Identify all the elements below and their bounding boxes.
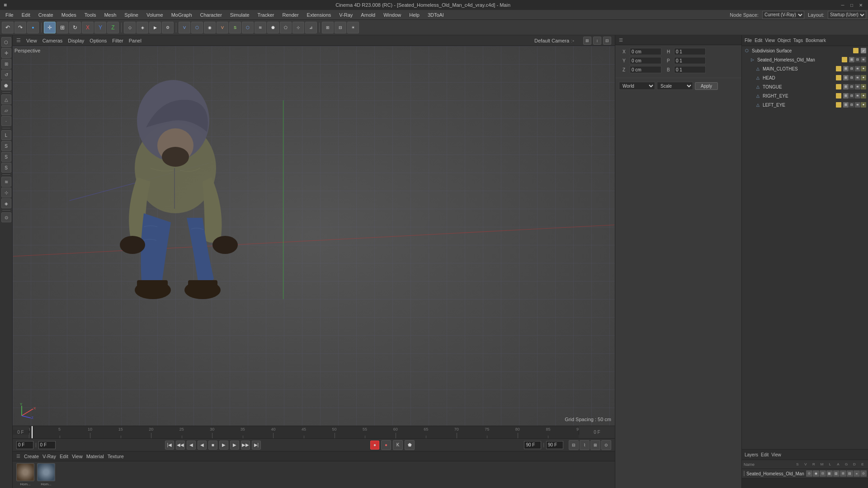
vp-btn1[interactable]: ⊞ [583,37,591,45]
mb-menu-toggle[interactable]: ☰ [16,454,20,459]
tb-vray9[interactable]: ⬠ [280,22,292,33]
next-key-button[interactable]: ▶ [230,441,239,450]
prev-key-button[interactable]: ◀ [187,441,196,450]
mb-view[interactable]: View [72,454,83,459]
lp-poly[interactable]: △ [1,94,11,104]
tb-redo[interactable]: ↷ [14,22,26,33]
menu-window[interactable]: Window [380,11,405,19]
lp-scale2[interactable]: ⊞ [1,59,11,69]
menu-simulate[interactable]: Simulate [226,11,253,19]
menu-volume[interactable]: Volume [143,11,167,19]
start-frame-input[interactable] [16,441,33,449]
stop-button[interactable]: ■ [208,441,217,450]
lp-light[interactable]: ⊹ [1,188,11,197]
vp-menu-toggle[interactable]: ☰ [16,38,21,43]
mb-material[interactable]: Material [86,454,104,459]
vp-menu-options[interactable]: Options [90,38,107,43]
tb-z-axis[interactable]: Z [107,22,119,33]
layer-icon-e[interactable]: ⊙ [860,470,867,477]
lp-point[interactable]: · [1,116,11,126]
obj-subdivision-surface[interactable]: ⬡ Subdivision Surface ✓ [742,46,868,55]
maximize-button[interactable]: □ [848,1,855,9]
tb-vray11[interactable]: ⊿ [305,22,317,33]
menu-spline[interactable]: Spline [121,11,142,19]
tb-y-axis[interactable]: Y [94,22,106,33]
goto-start-button[interactable]: |◀ [165,441,174,450]
menu-arnold[interactable]: Arnold [357,11,379,19]
mb-create[interactable]: Create [24,454,39,459]
obj-seated-homeless[interactable]: ▷ Seated_Homeless_Old_Man ⊞ ⊟ ≋ [742,55,868,64]
om-edit[interactable]: Edit [755,38,762,43]
menu-mograph[interactable]: MoGraph [168,11,196,19]
timeline-ruler[interactable]: 051015202530354045505560657075808590 [29,426,579,438]
apply-button[interactable]: Apply [695,82,718,90]
tb-move[interactable]: ✛ [44,22,56,33]
tb-vray4[interactable]: V [217,22,228,33]
goto-end-button[interactable]: ▶| [252,441,261,450]
current-frame-input[interactable] [38,441,56,449]
layer-icon-m[interactable]: ▦ [826,470,833,477]
tb-vray3[interactable]: ◉ [204,22,216,33]
coord-h-input[interactable] [674,48,706,55]
layout-select[interactable]: Startup (User) [828,11,866,19]
tb-snap[interactable]: ⊞ [322,22,334,33]
minimize-button[interactable]: ─ [839,1,846,9]
max-frame-input[interactable] [546,441,563,449]
tb-vray6[interactable]: ⬡ [242,22,254,33]
coord-system-select[interactable]: World Object Local [619,82,655,90]
lp-brush[interactable]: L [1,130,11,140]
lp-cam[interactable]: ≋ [1,177,11,187]
lp-tool1[interactable]: ⬟ [1,80,11,90]
next-frame-button[interactable]: ▶▶ [241,441,250,450]
om-file[interactable]: File [745,38,752,43]
lp-select[interactable]: ⬡ [1,37,11,47]
layer-row-1[interactable]: Seated_Homeless_Old_Man ⊙ ◉ ⊟ ▦ ▧ ⊞ ▤ ≡ … [742,469,868,478]
key-all-button[interactable]: K [393,440,403,450]
tb-view-opts[interactable]: ☀ [347,22,359,33]
layer-icon-s[interactable]: ⊙ [806,470,812,477]
layer-icon-d[interactable]: ≡ [854,470,860,477]
tb-object[interactable]: ◈ [137,22,148,33]
coord-x-input[interactable] [630,48,661,55]
obj-left-eye[interactable]: △ LEFT_EYE ⊞ ⊟ ≋ ✦ [742,100,868,109]
lp-edge[interactable]: ▱ [1,105,11,115]
lp-sculpt[interactable]: S [1,152,11,162]
obj-head[interactable]: △ HEAD ⊞ ⊟ ≋ ✦ [742,73,868,82]
vp-menu-display[interactable]: Display [68,38,84,43]
menu-tools[interactable]: Tools [81,11,100,19]
material-item-2[interactable]: Hom... [37,463,55,486]
obj-right-eye[interactable]: △ RIGHT_EYE ⊞ ⊟ ≋ ✦ [742,91,868,100]
coord-b-input[interactable] [674,66,706,73]
tb-rotate[interactable]: ↻ [69,22,81,33]
end-frame-input[interactable] [524,441,541,449]
material-item-1[interactable]: Hom... [16,463,34,486]
menu-create[interactable]: Create [35,11,57,19]
tb-undo[interactable]: ↶ [2,22,14,33]
mb-texture[interactable]: Texture [108,454,124,459]
menu-file[interactable]: File [2,11,17,19]
lp-extra[interactable]: ⊙ [1,212,11,222]
material-thumb-2[interactable] [37,463,55,481]
vp-btn3[interactable]: ⊟ [603,37,611,45]
obj-main-clothes[interactable]: △ MAIN_CLOTHES ⊞ ⊟ ≋ ✦ [742,64,868,73]
menu-mesh[interactable]: Mesh [100,11,120,19]
mb-vray[interactable]: V-Ray [42,454,56,459]
layer-icon-a[interactable]: ⊞ [840,470,846,477]
menu-help[interactable]: Help [406,11,423,19]
timeline-mode-btn[interactable]: ⊟ [569,440,579,450]
tb-scale[interactable]: ⊞ [57,22,68,33]
menu-3dtoal[interactable]: 3DToAl [424,11,447,19]
close-button[interactable]: ✕ [857,1,864,9]
playhead[interactable] [32,426,33,438]
om-object[interactable]: Object [778,38,791,43]
vp-menu-filter[interactable]: Filter [112,38,123,43]
lp-paint[interactable]: S [1,141,11,151]
tb-vray5[interactable]: S [229,22,241,33]
layer-icon-l[interactable]: ▧ [833,470,840,477]
layers-menu-layers[interactable]: Layers [745,452,758,457]
om-view[interactable]: View [765,38,775,43]
timeline-curve-btn[interactable]: ⌇ [580,440,590,450]
vp-btn2[interactable]: ↕ [593,37,601,45]
coord-mode-select[interactable]: Scale Position Rotation [657,82,693,90]
layer-icon-r[interactable]: ⊟ [820,470,826,477]
